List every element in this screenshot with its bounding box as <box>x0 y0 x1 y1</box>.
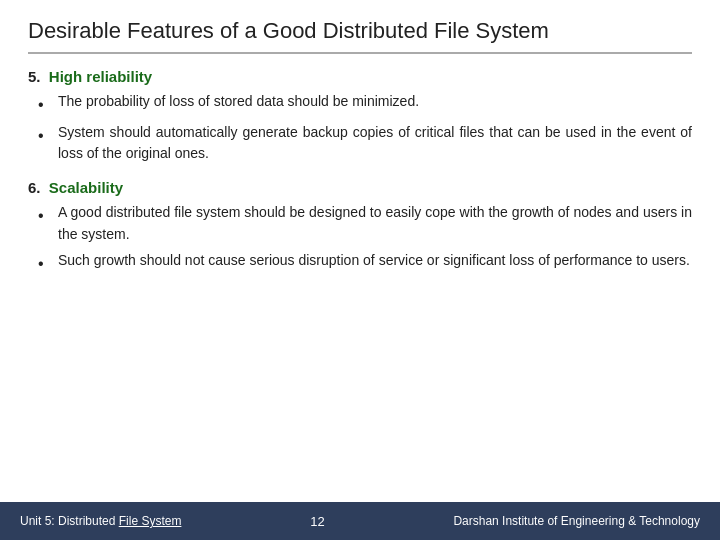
footer-left-underline: File System <box>119 514 182 528</box>
section-6-list: • A good distributed file system should … <box>38 202 692 276</box>
bullet-text: Such growth should not cause serious dis… <box>58 250 692 272</box>
footer-right: Darshan Institute of Engineering & Techn… <box>453 514 700 528</box>
footer-left: Unit 5: Distributed File System <box>20 514 181 528</box>
list-item: • The probability of loss of stored data… <box>38 91 692 118</box>
section-6-label: Scalability <box>49 179 123 196</box>
section-5-number: 5. <box>28 68 41 85</box>
list-item: • System should automatically generate b… <box>38 122 692 165</box>
bullet-icon: • <box>38 124 50 149</box>
slide-title: Desirable Features of a Good Distributed… <box>28 18 692 54</box>
bullet-text: A good distributed file system should be… <box>58 202 692 245</box>
bullet-text: The probability of loss of stored data s… <box>58 91 692 113</box>
content-area: 5. High reliability • The probability of… <box>28 68 692 502</box>
section-5-heading: 5. High reliability <box>28 68 692 85</box>
bullet-icon: • <box>38 93 50 118</box>
bullet-icon: • <box>38 204 50 229</box>
footer-center: 12 <box>310 514 324 529</box>
section-5-label: High reliability <box>49 68 152 85</box>
list-item: • A good distributed file system should … <box>38 202 692 245</box>
slide-container: Desirable Features of a Good Distributed… <box>0 0 720 540</box>
section-5: 5. High reliability • The probability of… <box>28 68 692 165</box>
section-6-number: 6. <box>28 179 41 196</box>
section-5-list: • The probability of loss of stored data… <box>38 91 692 165</box>
bullet-text: System should automatically generate bac… <box>58 122 692 165</box>
footer: Unit 5: Distributed File System 12 Darsh… <box>0 502 720 540</box>
section-6-heading: 6. Scalability <box>28 179 692 196</box>
section-6: 6. Scalability • A good distributed file… <box>28 179 692 276</box>
list-item: • Such growth should not cause serious d… <box>38 250 692 277</box>
bullet-icon: • <box>38 252 50 277</box>
